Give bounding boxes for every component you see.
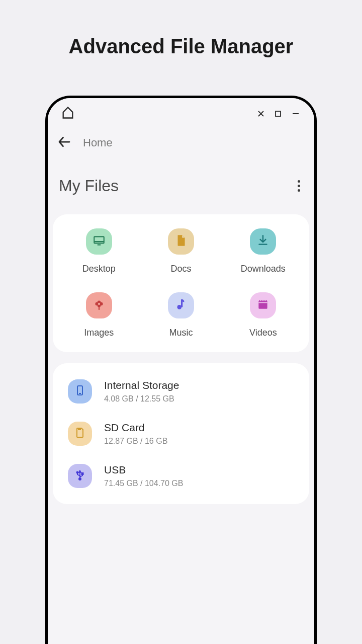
storage-card: Internal Storage 4.08 GB / 12.55 GB SD C… <box>53 363 309 504</box>
svg-point-7 <box>177 305 182 309</box>
storage-usb[interactable]: USB 71.45 GB / 104.70 GB <box>53 455 309 497</box>
storage-title: SD Card <box>104 422 167 434</box>
music-icon <box>174 298 188 313</box>
svg-rect-12 <box>82 473 83 474</box>
category-label: Docs <box>170 264 191 274</box>
category-docs[interactable]: Docs <box>140 228 222 274</box>
category-desktop[interactable]: Desktop <box>58 228 140 274</box>
document-icon <box>174 234 188 249</box>
storage-sdcard[interactable]: SD Card 12.87 GB / 16 GB <box>53 413 309 455</box>
usb-icon <box>74 469 86 483</box>
close-icon[interactable] <box>258 111 264 117</box>
flower-icon <box>93 298 106 313</box>
svg-point-13 <box>79 478 81 480</box>
page-title: Advanced File Manager <box>0 0 362 58</box>
categories-card: Desktop Docs Downl <box>53 214 309 352</box>
category-label: Downloads <box>241 264 286 274</box>
category-downloads[interactable]: Downloads <box>222 228 304 274</box>
breadcrumb[interactable]: Home <box>83 136 113 149</box>
minimize-icon[interactable] <box>292 111 299 117</box>
svg-rect-1 <box>94 236 104 243</box>
storage-sub: 71.45 GB / 104.70 GB <box>104 479 183 488</box>
storage-sub: 12.87 GB / 16 GB <box>104 437 167 446</box>
svg-point-6 <box>98 303 100 305</box>
status-bar <box>48 98 314 123</box>
category-videos[interactable]: Videos <box>222 292 304 338</box>
svg-rect-0 <box>276 111 281 116</box>
nav-row: Home <box>48 123 314 156</box>
storage-sub: 4.08 GB / 12.55 GB <box>104 394 179 404</box>
storage-title: USB <box>104 464 183 476</box>
back-icon[interactable] <box>57 134 72 151</box>
storage-title: Internal Storage <box>104 379 179 391</box>
maximize-icon[interactable] <box>275 111 281 117</box>
category-label: Desktop <box>82 264 116 274</box>
desktop-icon <box>93 234 106 249</box>
category-images[interactable]: Images <box>58 292 140 338</box>
download-icon <box>256 234 269 249</box>
section-title: My Files <box>59 177 119 195</box>
category-label: Images <box>84 328 114 338</box>
sdcard-icon <box>74 427 86 441</box>
phone-icon <box>74 384 86 398</box>
category-label: Music <box>169 328 193 338</box>
storage-internal[interactable]: Internal Storage 4.08 GB / 12.55 GB <box>53 370 309 413</box>
svg-point-11 <box>77 472 78 473</box>
svg-rect-9 <box>259 302 267 303</box>
phone-frame: Home My Files Desktop <box>45 96 317 644</box>
home-outline-icon <box>58 106 75 122</box>
category-music[interactable]: Music <box>140 292 222 338</box>
more-icon[interactable] <box>295 177 303 195</box>
video-icon <box>256 298 269 313</box>
category-label: Videos <box>249 328 277 338</box>
